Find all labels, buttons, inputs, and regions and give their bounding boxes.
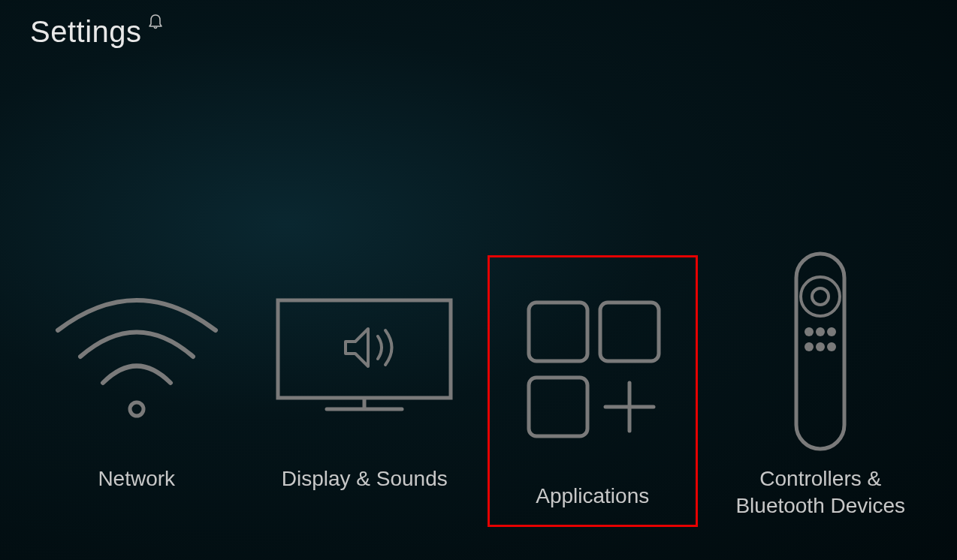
settings-tiles: Network Display & Sounds Ap: [0, 255, 957, 527]
page-title: Settings: [30, 15, 142, 49]
svg-rect-6: [529, 378, 587, 436]
svg-rect-1: [278, 300, 451, 398]
svg-point-17: [827, 342, 836, 351]
notification-icon[interactable]: [148, 14, 163, 30]
tile-display-sounds[interactable]: Display & Sounds: [259, 255, 469, 492]
apps-grid-icon: [510, 257, 675, 483]
svg-point-13: [816, 327, 825, 336]
header: Settings: [30, 15, 163, 49]
svg-rect-5: [600, 303, 659, 361]
tile-controllers-bluetooth[interactable]: Controllers & Bluetooth Devices: [715, 255, 925, 520]
svg-point-10: [801, 277, 840, 316]
tile-applications[interactable]: Applications: [488, 255, 698, 527]
svg-point-14: [827, 327, 836, 336]
svg-point-11: [812, 288, 829, 305]
tile-network-label: Network: [98, 465, 175, 492]
tile-display-sounds-label: Display & Sounds: [282, 465, 448, 492]
svg-point-12: [805, 327, 814, 336]
tile-controllers-bluetooth-label: Controllers & Bluetooth Devices: [715, 465, 925, 520]
svg-rect-4: [529, 303, 587, 361]
svg-point-0: [130, 402, 143, 416]
tv-speaker-icon: [267, 255, 462, 450]
remote-icon: [775, 255, 865, 450]
wifi-icon: [43, 255, 231, 450]
svg-point-15: [805, 342, 814, 351]
tile-network[interactable]: Network: [32, 255, 242, 492]
svg-point-16: [816, 342, 825, 351]
tile-applications-label: Applications: [536, 483, 649, 510]
